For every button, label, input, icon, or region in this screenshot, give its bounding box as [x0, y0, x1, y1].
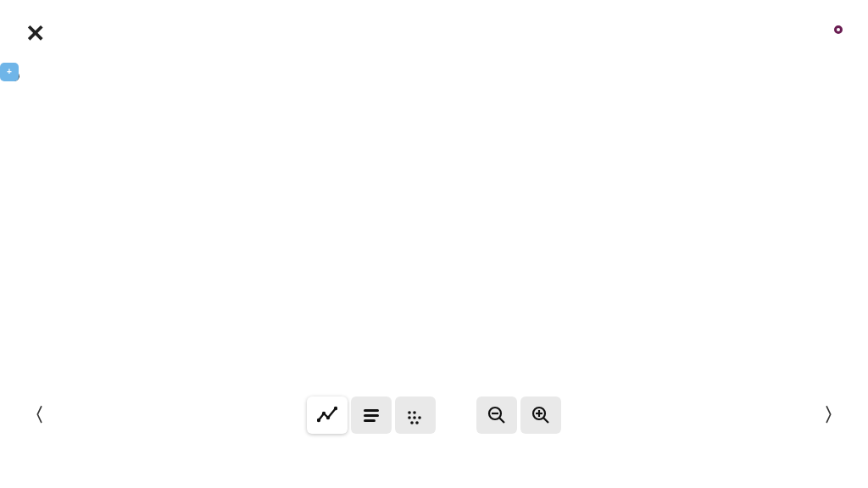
svg-point-13 [415, 421, 419, 424]
svg-point-12 [410, 421, 414, 424]
svg-rect-4 [364, 409, 379, 412]
svg-line-15 [499, 418, 504, 423]
lh-positive-badge: + [0, 63, 19, 81]
view-mode-group [307, 396, 436, 434]
zoom-out-button[interactable] [476, 396, 517, 434]
svg-point-9 [408, 416, 411, 419]
svg-point-11 [418, 416, 421, 419]
previous-button[interactable]: 〈 [25, 402, 59, 428]
svg-point-10 [413, 416, 416, 419]
line-chart-icon [317, 405, 337, 425]
close-icon[interactable]: ✕ [25, 22, 45, 46]
zoom-in-button[interactable] [520, 396, 561, 434]
zoom-out-icon [487, 405, 507, 425]
svg-point-0 [317, 419, 320, 422]
svg-line-18 [543, 418, 548, 423]
zoom-in-icon [531, 405, 551, 425]
chevron-right-icon: 〉 [824, 402, 843, 428]
svg-point-1 [322, 412, 326, 415]
zoom-group [476, 396, 561, 434]
svg-point-7 [408, 411, 411, 414]
chevron-left-icon: 〈 [25, 402, 44, 428]
svg-rect-5 [364, 414, 379, 417]
degree-icon [834, 25, 843, 34]
view-list-button[interactable] [351, 396, 392, 434]
next-button[interactable]: 〉 [809, 402, 843, 428]
view-line-button[interactable] [307, 396, 348, 434]
view-calendar-button[interactable] [395, 396, 436, 434]
list-icon [361, 405, 381, 425]
temperature-chart[interactable]: + [0, 63, 868, 385]
svg-point-2 [326, 416, 330, 419]
dots-grid-icon [405, 405, 426, 425]
svg-rect-6 [364, 419, 376, 422]
svg-point-8 [413, 411, 416, 414]
brand-logo [832, 25, 843, 42]
svg-point-3 [334, 407, 337, 410]
